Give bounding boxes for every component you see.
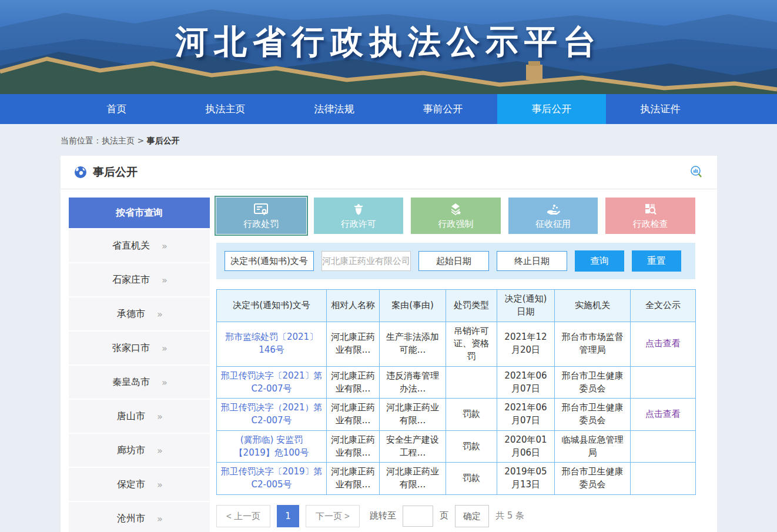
nav-item-laws[interactable]: 法律法规: [280, 94, 388, 124]
sidebar-item-shijiazhuang[interactable]: 石家庄市»: [69, 263, 210, 296]
breadcrumb-parent[interactable]: 执法主页: [102, 136, 135, 145]
category-expropriation[interactable]: 征收征用: [508, 198, 598, 234]
category-label: 行政强制: [438, 219, 473, 230]
breadcrumb: 当前位置：执法主页 > 事后公开: [0, 124, 777, 156]
nav-item-home[interactable]: 首页: [62, 94, 171, 124]
chevron-right-icon: »: [157, 309, 162, 320]
nav-item-enforcement-home[interactable]: 执法主页: [171, 94, 280, 124]
doc-number-input[interactable]: [225, 251, 314, 271]
sidebar-item-label: 保定市: [117, 479, 145, 491]
sidebar-item-tangshan[interactable]: 唐山市»: [69, 400, 210, 433]
party-cell: 河北康正药业有限...: [327, 463, 380, 495]
date-cell: 2019年05月13日: [497, 463, 555, 495]
party-cell: 河北康正药业有限...: [327, 366, 380, 399]
view-full-text-link[interactable]: 点击查看: [645, 338, 681, 349]
sidebar-item-label: 廊坊市: [117, 444, 145, 457]
category-administrative-compulsion[interactable]: 行政强制: [411, 198, 501, 234]
chevron-right-icon: »: [157, 445, 162, 456]
badge-icon: [351, 202, 366, 217]
doc-number-link[interactable]: 邢卫传罚决字（2021）第C2-007号: [220, 402, 322, 426]
confirm-jump-button[interactable]: 确定: [455, 505, 489, 527]
col-decision-date: 决定(通知)日期: [497, 290, 555, 322]
sidebar-item-label: 唐山市: [117, 410, 145, 423]
sidebar-item-label: 承德市: [117, 308, 145, 320]
sidebar-item-provincial-organs[interactable]: 省直机关»: [69, 229, 210, 262]
doc-search-icon: [644, 202, 658, 217]
main-nav: 首页 执法主页 法律法规 事前公开 事后公开 执法证件: [0, 94, 777, 124]
stats-magnifier-icon[interactable]: [689, 165, 704, 180]
jump-page-input[interactable]: [403, 506, 433, 527]
content-card: 事后公开 按省市查询 省直机关» 石家庄市» 承德市» 张家口市» 秦皇岛市» …: [61, 156, 717, 532]
party-cell: 河北康正药业有限...: [327, 322, 380, 366]
party-cell: 河北康正药业有限...: [327, 430, 380, 463]
agency-cell: 邢台市市场监督管理局: [555, 322, 631, 366]
query-button[interactable]: 查询: [575, 250, 624, 272]
prev-page-button[interactable]: < 上一页: [216, 505, 270, 527]
agency-cell: 临城县应急管理局: [555, 430, 631, 463]
sidebar-item-cangzhou[interactable]: 沧州市»: [69, 502, 210, 532]
sidebar-item-label: 省直机关: [112, 240, 150, 252]
sidebar-item-zhangjiakou[interactable]: 张家口市»: [69, 332, 210, 364]
hand-coins-icon: [545, 202, 561, 217]
col-doc-number: 决定书(通知书)文号: [217, 290, 327, 322]
main-content: 行政处罚 行政许可 行政强制: [216, 198, 695, 532]
col-agency: 实施机关: [555, 290, 631, 322]
sidebar-item-chengde[interactable]: 承德市»: [69, 297, 210, 330]
card-body: 按省市查询 省直机关» 石家庄市» 承德市» 张家口市» 秦皇岛市» 唐山市» …: [61, 189, 717, 532]
category-buttons: 行政处罚 行政许可 行政强制: [216, 198, 695, 234]
chevron-right-icon: »: [162, 343, 166, 354]
jump-to-label: 跳转至: [370, 510, 396, 521]
sidebar-item-label: 张家口市: [112, 342, 150, 354]
sidebar-item-baoding[interactable]: 保定市»: [69, 468, 210, 501]
end-date-input[interactable]: [497, 251, 567, 271]
category-label: 行政处罚: [243, 219, 279, 230]
card-header: 事后公开: [61, 156, 717, 189]
nav-item-post-disclosure[interactable]: 事后公开: [497, 94, 606, 124]
pagination: < 上一页 1 下一页 > 跳转至 页 确定 共 5 条: [216, 505, 695, 527]
start-date-input[interactable]: [418, 251, 489, 271]
party-cell: 河北康正药业有限...: [327, 399, 380, 431]
section-title: 事后公开: [93, 165, 138, 180]
table-row: (冀邢临) 安监罚【2019】危100号 河北康正药业有限... 安全生产建设工…: [217, 430, 696, 463]
penalty-cell: 罚款: [446, 399, 497, 431]
category-administrative-license[interactable]: 行政许可: [314, 198, 404, 234]
results-table: 决定书(通知书)文号 相对人名称 案由(事由) 处罚类型 决定(通知)日期 实施…: [216, 289, 696, 495]
table-row: 邢卫传罚决字（2021）第C2-007号 河北康正药业有限... 河北康正药业有…: [217, 399, 696, 431]
category-label: 行政许可: [341, 219, 376, 230]
penalty-cell: 吊销许可证、资格罚: [446, 322, 497, 366]
cause-cell: 违反消毒管理办法...: [380, 366, 446, 399]
penalty-cell: 罚款: [446, 430, 497, 463]
sidebar-item-label: 石家庄市: [112, 274, 150, 286]
current-page-button[interactable]: 1: [277, 505, 299, 527]
category-administrative-inspection[interactable]: 行政检查: [605, 198, 695, 234]
certificate-icon: [253, 202, 269, 217]
cause-cell: 河北康正药业有限...: [380, 399, 446, 431]
category-label: 征收征用: [535, 219, 571, 230]
date-cell: 2021年06月07日: [497, 399, 555, 431]
site-title: 河北省行政执法公示平台: [0, 20, 777, 65]
breadcrumb-prefix: 当前位置：: [61, 136, 102, 145]
nav-item-pre-disclosure[interactable]: 事前公开: [388, 94, 497, 124]
col-party-name: 相对人名称: [327, 290, 380, 322]
view-full-text-link[interactable]: 点击查看: [645, 409, 681, 419]
province-sidebar: 按省市查询 省直机关» 石家庄市» 承德市» 张家口市» 秦皇岛市» 唐山市» …: [69, 198, 210, 532]
doc-number-link[interactable]: 邢市监综处罚〔2021〕146号: [225, 332, 318, 355]
total-count-label: 共 5 条: [495, 510, 524, 521]
party-name-input[interactable]: [321, 251, 411, 271]
sidebar-item-qinhuangdao[interactable]: 秦皇岛市»: [69, 366, 210, 399]
next-page-button[interactable]: 下一页 >: [306, 505, 360, 527]
reset-button[interactable]: 重置: [632, 250, 681, 272]
chevron-right-icon: »: [157, 411, 162, 422]
sidebar-item-label: 沧州市: [117, 513, 145, 525]
doc-number-link[interactable]: 邢卫传罚决字〔2021〕第C2-007号: [220, 370, 322, 394]
doc-number-link[interactable]: 邢卫传罚决字〔2019〕第C2-005号: [220, 466, 322, 490]
category-administrative-penalty[interactable]: 行政处罚: [216, 198, 306, 234]
doc-number-link[interactable]: (冀邢临) 安监罚【2019】危100号: [235, 434, 309, 458]
nav-item-certificates[interactable]: 执法证件: [606, 94, 715, 124]
category-label: 行政检查: [633, 219, 668, 230]
sidebar-item-langfang[interactable]: 廊坊市»: [69, 434, 210, 467]
agency-cell: 邢台市卫生健康委员会: [555, 463, 631, 495]
sidebar-header: 按省市查询: [69, 198, 210, 228]
date-cell: 2021年12月20日: [497, 322, 555, 366]
globe-icon: [73, 165, 88, 179]
